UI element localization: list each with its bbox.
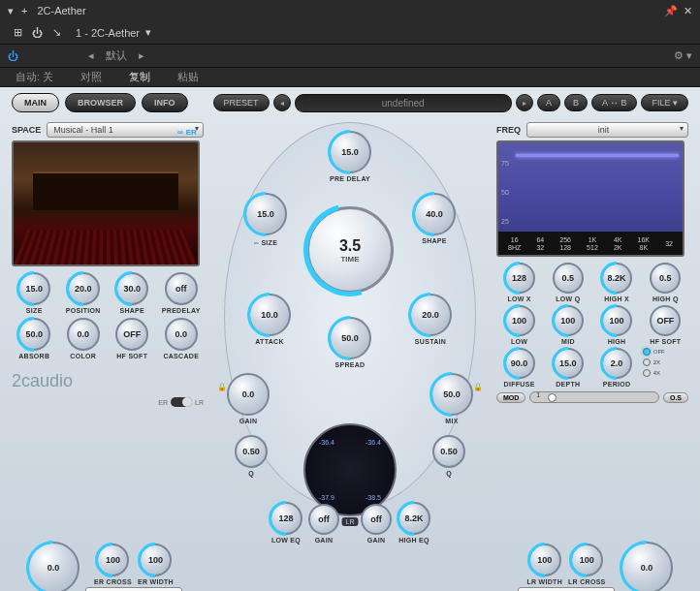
knob-shape[interactable]: 30.0SHAPE — [110, 272, 155, 314]
knob-low[interactable]: 100LOW — [496, 305, 542, 345]
paste-button[interactable]: 粘贴 — [170, 68, 207, 86]
knob-size-main[interactable]: 15.0∞ SIZE — [244, 193, 287, 246]
knob-mid[interactable]: 100MID — [545, 305, 590, 345]
knob-lowq[interactable]: 0.5LOW Q — [545, 263, 590, 302]
space-image[interactable] — [12, 140, 200, 266]
knob-lr-gain[interactable]: 0.0LR GAIN — [620, 542, 673, 591]
knob-lr-cross[interactable]: 100LR CROSS — [568, 544, 606, 585]
dropdown-icon[interactable]: ▾ — [8, 5, 14, 17]
mod-button[interactable]: MOD — [496, 392, 525, 403]
knob-q-right[interactable]: 0.50Q — [432, 435, 465, 477]
preset-next-button[interactable]: ▸ — [516, 94, 533, 111]
window-titlebar: ▾ + 2C-Aether 📌 ✕ — [0, 0, 700, 21]
lr-mode-dropdown[interactable]: L-R Mono — [518, 587, 615, 591]
space-section: SPACE Musical - Hall 1 15.0SIZE 20.0POSI… — [12, 122, 204, 544]
knob-attack[interactable]: 10.0ATTACK — [248, 294, 291, 345]
grid-icon[interactable]: ⊞ — [8, 23, 27, 43]
knob-lr-width[interactable]: 100LR WIDTH — [526, 544, 562, 585]
gear-icon[interactable]: ⚙ ▾ — [674, 49, 692, 62]
ab-swap-button[interactable]: A ↔ B — [591, 94, 638, 111]
lr-badge[interactable]: LR — [342, 517, 359, 526]
er-mode-dropdown[interactable]: L-R Stereo — [85, 587, 182, 591]
plugin-body: MAIN BROWSER INFO PRESET ◂ undefined ▸ A… — [0, 87, 700, 591]
freq-section: FREQ init 75 50 25 168HZ 6432 256128 1K5… — [496, 122, 688, 544]
lock-icon[interactable]: 🔒 — [217, 383, 227, 392]
knob-gain-r[interactable]: offGAIN — [361, 504, 392, 544]
radio-2x[interactable] — [643, 358, 651, 366]
lock-icon[interactable]: 🔒 — [473, 383, 483, 392]
bottom-row: 🔒 0.0ER GAIN 100ER CROSS 100ER WIDTH L-R… — [12, 542, 688, 591]
knob-spread[interactable]: 50.0SPREAD — [329, 317, 371, 368]
knob-hfsoft[interactable]: OFFHF SOFT — [110, 318, 155, 359]
snapshot-b-button[interactable]: B — [564, 94, 588, 111]
knob-er-width[interactable]: 100ER WIDTH — [138, 544, 174, 585]
os-button[interactable]: O.S — [663, 392, 688, 403]
power-icon[interactable]: ⏻ — [27, 23, 47, 43]
knob-predelay[interactable]: offPREDELAY — [159, 272, 205, 314]
knob-position[interactable]: 20.0POSITION — [61, 272, 107, 314]
freq-graph[interactable]: 75 50 25 168HZ 6432 256128 1K512 4K2K 16… — [496, 140, 684, 257]
knob-loweq[interactable]: 128LOW EQ — [270, 502, 302, 544]
chevron-left-icon[interactable]: ◂ — [88, 49, 94, 62]
auto-label: 自动: 关 — [8, 68, 61, 86]
knob-highq[interactable]: 0.5HIGH Q — [643, 263, 688, 302]
add-icon[interactable]: + — [21, 5, 27, 17]
power-toggle-icon[interactable]: ⏻ — [8, 50, 18, 62]
pin-icon[interactable]: 📌 — [664, 5, 678, 17]
freq-preset-dropdown[interactable]: init — [526, 122, 688, 138]
knob-color[interactable]: 0.0COLOR — [61, 318, 107, 359]
knob-predelay-main[interactable]: 15.0PRE DELAY — [329, 131, 371, 182]
copy-button[interactable]: 复制 — [121, 68, 158, 86]
knob-mix[interactable]: 50.0MIX — [430, 373, 473, 424]
knob-depth[interactable]: 15.0DEPTH — [545, 348, 590, 388]
close-icon[interactable]: ✕ — [684, 5, 692, 17]
knob-hfsoft-r[interactable]: OFFHF SOFT — [643, 305, 688, 345]
center-section: ∞ ER 15.0PRE DELAY 15.0∞ SIZE 40.0SHAPE … — [211, 122, 489, 544]
preset-slot[interactable]: 1 - 2C-Aether — [76, 27, 140, 39]
knob-lowx[interactable]: 128LOW X — [496, 263, 542, 302]
radio-off[interactable] — [643, 348, 651, 356]
preset-display[interactable]: undefined — [295, 94, 512, 112]
host-menubar: ⊞ ⏻ ↘ 1 - 2C-Aether ▾ — [0, 21, 700, 45]
oversample-toggles: OFF 2X 4X — [643, 348, 688, 388]
space-label: SPACE — [12, 125, 41, 135]
window-title: 2C-Aether — [37, 5, 85, 16]
brand-logo: 2caudio — [12, 371, 204, 391]
knob-size[interactable]: 15.0SIZE — [12, 272, 57, 314]
knob-absorb[interactable]: 50.0ABSORB — [12, 318, 57, 359]
mod-slider[interactable]: 1 — [529, 391, 659, 403]
tab-main[interactable]: MAIN — [12, 93, 59, 112]
er-lr-toggle[interactable]: ERLR — [12, 397, 204, 407]
knob-q-left[interactable]: 0.50Q — [235, 435, 268, 477]
knob-time[interactable]: 3.5TIME — [306, 206, 394, 294]
arrow-icon[interactable]: ↘ — [47, 23, 66, 43]
knob-gain-l[interactable]: offGAIN — [308, 504, 339, 544]
knob-er-cross[interactable]: 100ER CROSS — [94, 544, 132, 585]
file-button[interactable]: FILE ▾ — [641, 94, 688, 111]
host-toolbar-2: 自动: 关 对照 复制 粘贴 — [0, 68, 700, 87]
knob-shape-main[interactable]: 40.0SHAPE — [413, 193, 456, 244]
er-link-icon[interactable]: ∞ ER — [177, 128, 197, 137]
tab-browser[interactable]: BROWSER — [65, 93, 136, 112]
stereo-scope: -36.4 -36.4 -37.9 -38.5 LR — [303, 423, 397, 516]
knob-diffuse[interactable]: 90.0DIFFUSE — [496, 348, 542, 388]
knob-highx[interactable]: 8.2KHIGH X — [594, 263, 640, 302]
chevron-down-icon[interactable]: ▾ — [145, 26, 151, 39]
knob-period[interactable]: 2.0PERIOD — [594, 348, 640, 388]
knob-er-gain[interactable]: 0.0ER GAIN — [27, 542, 80, 591]
knob-high[interactable]: 100HIGH — [594, 305, 640, 345]
chevron-right-icon[interactable]: ▸ — [139, 49, 144, 62]
compare-button[interactable]: 对照 — [73, 68, 110, 86]
knob-higheq[interactable]: 8.2KHIGH EQ — [398, 502, 430, 544]
preset-label: PRESET — [213, 94, 270, 111]
space-knob-grid: 15.0SIZE 20.0POSITION 30.0SHAPE offPREDE… — [12, 272, 204, 359]
tab-info[interactable]: INFO — [142, 93, 188, 112]
knob-cascade[interactable]: 0.0CASCADE — [159, 318, 205, 359]
knob-sustain[interactable]: 20.0SUSTAIN — [409, 294, 452, 345]
radio-4x[interactable] — [643, 369, 651, 377]
nav-row: MAIN BROWSER INFO PRESET ◂ undefined ▸ A… — [0, 87, 700, 118]
preset-prev-button[interactable]: ◂ — [273, 94, 291, 111]
default-label[interactable]: 默认 — [106, 48, 127, 63]
snapshot-a-button[interactable]: A — [537, 94, 560, 111]
knob-gain[interactable]: 0.0GAIN — [227, 373, 270, 424]
